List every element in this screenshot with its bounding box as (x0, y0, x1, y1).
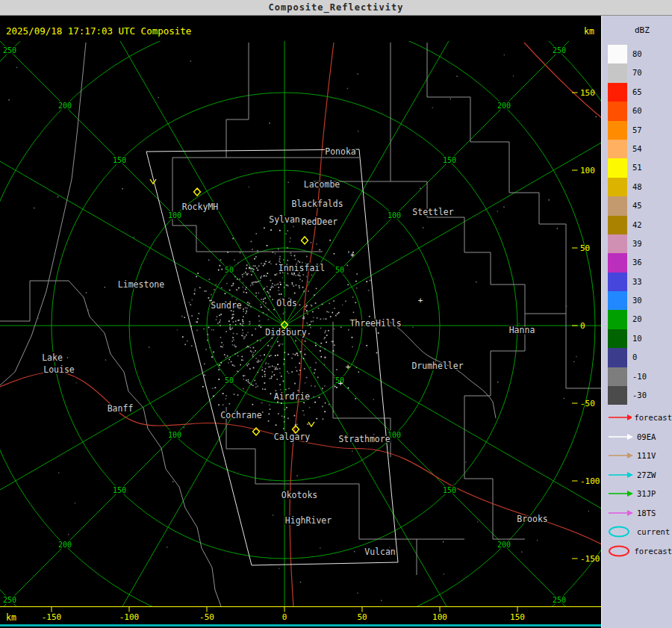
echo-pixel (257, 250, 258, 252)
timestamp-label: 2025/09/18 17:17:03 UTC Composite (6, 25, 191, 37)
colorbar-row: 42 (608, 216, 672, 234)
echo-pixel (356, 273, 358, 275)
noise-pixel (105, 359, 106, 360)
echo-pixel (250, 306, 252, 308)
city-label: Lake (42, 352, 63, 363)
echo-pixel (228, 359, 230, 361)
noise-pixel (504, 55, 505, 55)
noise-pixel (513, 75, 514, 76)
azimuth-line (284, 326, 508, 628)
radar-map[interactable]: 5010015020025050100150200250501001502002… (0, 0, 602, 628)
echo-pixel (315, 302, 317, 304)
echo-pixel (332, 341, 334, 342)
colorbar-swatch (608, 310, 627, 329)
echo-pixel (196, 321, 197, 323)
echo-pixel (293, 353, 294, 355)
echo-pixel (295, 367, 296, 368)
echo-pixel (290, 255, 292, 256)
echo-pixel (221, 342, 223, 343)
echo-pixel (316, 418, 317, 420)
echo-pixel (296, 285, 297, 286)
echo-pixel (216, 319, 217, 320)
echo-pixel (311, 321, 312, 323)
echo-pixel (208, 334, 209, 335)
echo-pixel (264, 228, 265, 229)
city-label: Olds (276, 298, 297, 308)
echo-pixel (231, 328, 233, 329)
echo-pixel (299, 374, 300, 376)
noise-pixel (412, 327, 413, 328)
legend-panel: dBZ 807065605754514845423936333020100-10… (601, 16, 672, 628)
echo-pixel (241, 335, 243, 337)
echo-pixel (219, 322, 220, 323)
echo-pixel (252, 271, 254, 273)
echo-pixel (267, 291, 268, 293)
echo-pixel (305, 341, 306, 342)
echo-pixel (209, 279, 211, 280)
echo-pixel (338, 312, 340, 314)
echo-pixel (237, 262, 239, 264)
city-label: RedDeer (302, 217, 338, 227)
storm-legend-item: current (608, 522, 672, 541)
echo-pixel (252, 268, 254, 270)
echo-pixel (260, 304, 261, 305)
echo-pixel (267, 286, 268, 287)
echo-pixel (270, 229, 272, 231)
x-axis-label: -100 (119, 612, 140, 622)
echo-pixel (304, 368, 305, 370)
arrow-head (627, 414, 632, 420)
radar-site-marker (194, 188, 201, 196)
echo-pixel (247, 332, 249, 334)
track-legend-item: 09EA (608, 427, 672, 447)
echo-pixel (211, 356, 213, 358)
echo-pixel (269, 414, 270, 415)
echo-pixel (258, 361, 259, 362)
echo-pixel (207, 340, 208, 341)
echo-pixel (246, 346, 248, 348)
echo-pixel (236, 289, 237, 290)
echo-pixel (259, 320, 261, 322)
azimuth-line (284, 0, 508, 326)
echo-pixel (284, 287, 285, 288)
echo-pixel (265, 364, 267, 365)
noise-pixel (537, 540, 538, 541)
noise-pixel (279, 373, 280, 373)
echo-pixel (245, 289, 246, 290)
echo-pixel (271, 376, 273, 377)
echo-pixel (287, 417, 289, 419)
echo-pixel (255, 329, 256, 330)
echo-pixel (317, 377, 319, 379)
echo-pixel (246, 365, 248, 367)
echo-pixel (257, 386, 258, 388)
echo-pixel (233, 333, 234, 335)
echo-pixel (329, 404, 330, 405)
echo-pixel (311, 305, 313, 307)
echo-pixel (268, 309, 270, 311)
noise-pixel (134, 237, 134, 237)
echo-pixel (258, 361, 259, 363)
arrow-head (627, 510, 633, 516)
window-title: Composite_Reflectivity (269, 2, 404, 13)
city-label: Vulcan (364, 547, 396, 557)
city-label: Innisfail (279, 263, 325, 273)
colorbar-row: 33 (608, 273, 672, 291)
echo-pixel (270, 280, 272, 282)
colorbar-value: 51 (632, 158, 642, 177)
window-titlebar[interactable]: Composite_Reflectivity (0, 0, 672, 16)
echo-pixel (187, 341, 188, 342)
echo-pixel (369, 316, 370, 317)
echo-pixel (191, 345, 193, 346)
echo-pixel (289, 241, 290, 243)
echo-pixel (337, 313, 338, 314)
echo-pixel (347, 284, 349, 285)
noise-pixel (58, 472, 59, 473)
echo-pixel (231, 318, 233, 320)
echo-pixel (263, 265, 264, 267)
echo-pixel (336, 387, 337, 388)
echo-pixel (211, 294, 212, 296)
colorbar-value: 39 (632, 234, 642, 253)
echo-pixel (234, 276, 236, 278)
echo-pixel (184, 317, 185, 318)
echo-pixel (224, 354, 225, 355)
echo-pixel (346, 265, 348, 267)
